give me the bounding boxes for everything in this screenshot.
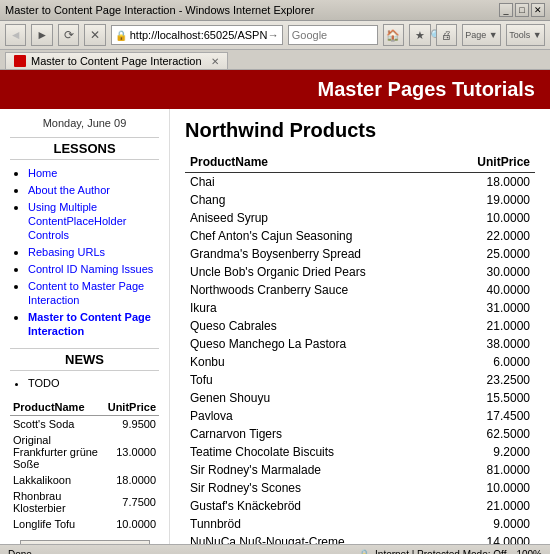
mini-table-row: Rhonbrau Klosterbier 7.7500 [10, 488, 159, 516]
nav-link-controlid[interactable]: Control ID Naming Issues [28, 263, 153, 275]
nav-link-content-to-master[interactable]: Content to Master Page Interaction [28, 280, 144, 306]
content-title: Northwind Products [185, 119, 535, 142]
mini-table-row: Lakkalikoon 18.0000 [10, 472, 159, 488]
table-row: Sir Rodney's Marmalade 81.0000 [185, 461, 535, 479]
product-price: 22.0000 [447, 227, 535, 245]
tools-menu-button[interactable]: Tools ▼ [506, 24, 545, 46]
sidebar-news: TODO [10, 377, 159, 389]
home-button[interactable]: 🏠 [383, 24, 404, 46]
product-price: 17.4500 [447, 407, 535, 425]
nav-link-rebasing[interactable]: Rebasing URLs [28, 246, 105, 258]
mini-table-body: Scott's Soda 9.9500 Original Frankfurter… [10, 416, 159, 533]
product-price: 40.0000 [447, 281, 535, 299]
mini-product-price: 9.9500 [105, 416, 159, 433]
product-name: Chang [185, 191, 447, 209]
restore-button[interactable]: □ [515, 3, 529, 17]
products-table: ProductName UnitPrice Chai 18.0000 Chang… [185, 152, 535, 544]
print-button[interactable]: 🖨 [436, 24, 457, 46]
address-bar[interactable]: 🔒 → [111, 25, 283, 45]
content-area: Northwind Products ProductName UnitPrice… [170, 109, 550, 544]
favorites-button[interactable]: ★ [409, 24, 430, 46]
page-menu-button[interactable]: Page ▼ [462, 24, 501, 46]
product-name: Sir Rodney's Scones [185, 479, 447, 497]
tab-bar: Master to Content Page Interaction ✕ [0, 50, 550, 70]
product-price: 25.0000 [447, 245, 535, 263]
forward-button[interactable]: ► [31, 24, 52, 46]
table-row: Genen Shouyu 15.5000 [185, 389, 535, 407]
product-price: 6.0000 [447, 353, 535, 371]
mini-table-row: Scott's Soda 9.9500 [10, 416, 159, 433]
search-bar[interactable]: 🔍 [288, 25, 378, 45]
product-name: Grandma's Boysenberry Spread [185, 245, 447, 263]
zoom-text: 100% [516, 549, 542, 554]
table-row: Sir Rodney's Scones 10.0000 [185, 479, 535, 497]
nav-link-multiple[interactable]: Using Multiple ContentPlaceHolder Contro… [28, 201, 126, 241]
table-row: Queso Manchego La Pastora 38.0000 [185, 335, 535, 353]
product-name: Genen Shouyu [185, 389, 447, 407]
nav-link-author[interactable]: About the Author [28, 184, 110, 196]
minimize-button[interactable]: _ [499, 3, 513, 17]
tab-close-icon[interactable]: ✕ [211, 56, 219, 67]
back-button[interactable]: ◄ [5, 24, 26, 46]
page-header: Master Pages Tutorials [0, 70, 550, 109]
nav-link-home[interactable]: Home [28, 167, 57, 179]
news-title: NEWS [10, 348, 159, 371]
mini-product-price: 18.0000 [105, 472, 159, 488]
zone-text: Internet | Protected Mode: Off [375, 549, 506, 554]
mini-col-productname: ProductName [10, 399, 105, 416]
mini-product-name: Scott's Soda [10, 416, 105, 433]
mini-col-unitprice: UnitPrice [105, 399, 159, 416]
product-price: 10.0000 [447, 209, 535, 227]
nav-link-master-to-content[interactable]: Master to Content Page Interaction [28, 311, 151, 337]
table-row: Chai 18.0000 [185, 173, 535, 192]
mini-table-row: Longlife Tofu 10.0000 [10, 516, 159, 532]
tab-favicon [14, 55, 26, 67]
list-item: Control ID Naming Issues [28, 262, 159, 276]
product-price: 18.0000 [447, 173, 535, 192]
page-wrapper: Master Pages Tutorials Monday, June 09 L… [0, 70, 550, 544]
table-row: Aniseed Syrup 10.0000 [185, 209, 535, 227]
product-price: 14.0000 [447, 533, 535, 544]
news-list: TODO [10, 377, 159, 389]
list-item: Using Multiple ContentPlaceHolder Contro… [28, 200, 159, 242]
tab-label: Master to Content Page Interaction [31, 55, 202, 67]
browser-toolbar: ◄ ► ⟳ ✕ 🔒 → 🔍 🏠 ★ 🖨 Page ▼ Tools ▼ [0, 21, 550, 50]
product-name: Aniseed Syrup [185, 209, 447, 227]
product-name: Konbu [185, 353, 447, 371]
product-name: Uncle Bob's Organic Dried Pears [185, 263, 447, 281]
table-row: Queso Cabrales 21.0000 [185, 317, 535, 335]
list-item: About the Author [28, 183, 159, 197]
product-name: Chef Anton's Cajun Seasoning [185, 227, 447, 245]
sidebar: Monday, June 09 LESSONS Home About the A… [0, 109, 170, 544]
product-name: Tunnbröd [185, 515, 447, 533]
main-layout: Monday, June 09 LESSONS Home About the A… [0, 109, 550, 544]
mini-product-price: 10.0000 [105, 516, 159, 532]
product-price: 10.0000 [447, 479, 535, 497]
product-name: Queso Manchego La Pastora [185, 335, 447, 353]
product-price: 9.0000 [447, 515, 535, 533]
products-table-body: Chai 18.0000 Chang 19.0000 Aniseed Syrup… [185, 173, 535, 545]
product-name: Northwoods Cranberry Sauce [185, 281, 447, 299]
table-row: Grandma's Boysenberry Spread 25.0000 [185, 245, 535, 263]
mini-product-name: Rhonbrau Klosterbier [10, 488, 105, 516]
product-price: 21.0000 [447, 497, 535, 515]
refresh-button[interactable]: ⟳ [58, 24, 79, 46]
stop-button[interactable]: ✕ [84, 24, 105, 46]
list-item: Rebasing URLs [28, 245, 159, 259]
close-button[interactable]: ✕ [531, 3, 545, 17]
nav-list: Home About the Author Using Multiple Con… [10, 166, 159, 338]
product-price: 23.2500 [447, 371, 535, 389]
table-row: Tunnbröd 9.0000 [185, 515, 535, 533]
product-name: Queso Cabrales [185, 317, 447, 335]
product-price: 19.0000 [447, 191, 535, 209]
active-tab[interactable]: Master to Content Page Interaction ✕ [5, 52, 228, 69]
product-price: 15.5000 [447, 389, 535, 407]
table-row: Konbu 6.0000 [185, 353, 535, 371]
address-input[interactable] [130, 29, 268, 41]
double-product-prices-button[interactable]: Double Product Prices [20, 540, 150, 544]
window-controls[interactable]: _ □ ✕ [499, 3, 545, 17]
zone-info: 🔒 Internet | Protected Mode: Off [358, 549, 506, 554]
col-unitprice: UnitPrice [447, 152, 535, 173]
go-button[interactable]: → [268, 29, 279, 41]
col-productname: ProductName [185, 152, 447, 173]
